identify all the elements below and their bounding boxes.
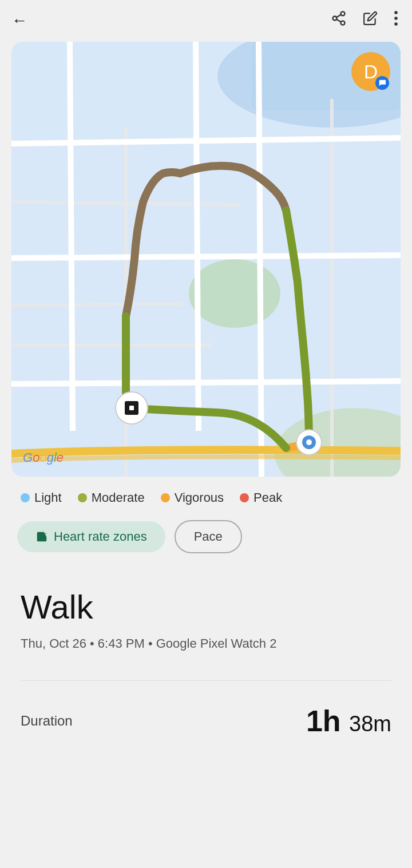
duration-row: Duration 1h 38m xyxy=(0,681,412,761)
svg-rect-31 xyxy=(129,406,134,410)
legend-item-moderate: Moderate xyxy=(78,490,145,505)
more-options-button[interactable] xyxy=(394,10,398,30)
share-button[interactable] xyxy=(331,10,347,30)
svg-line-27 xyxy=(196,42,199,431)
svg-point-7 xyxy=(394,22,398,26)
filter-row: Heart rate zones Pace xyxy=(0,514,412,565)
activity-meta: Thu, Oct 26 • 6:43 PM • Google Pixel Wat… xyxy=(21,634,391,653)
svg-point-34 xyxy=(306,439,312,445)
legend-item-light: Light xyxy=(21,490,62,505)
heart-rate-zones-filter[interactable]: Heart rate zones xyxy=(17,521,165,552)
svg-line-4 xyxy=(336,15,341,18)
legend-label-moderate: Moderate xyxy=(92,490,145,505)
vigorous-dot xyxy=(161,493,170,502)
google-logo: Google xyxy=(23,450,64,465)
svg-line-28 xyxy=(259,42,262,477)
legend: Light Moderate Vigorous Peak xyxy=(0,477,412,514)
duration-value: 1h 38m xyxy=(306,704,391,738)
svg-point-10 xyxy=(189,259,280,328)
svg-point-5 xyxy=(394,11,398,14)
legend-item-vigorous: Vigorous xyxy=(161,490,224,505)
legend-label-light: Light xyxy=(34,490,62,505)
pace-filter[interactable]: Pace xyxy=(175,520,242,553)
back-button[interactable]: ← xyxy=(11,11,27,30)
map-container[interactable]: D Google xyxy=(11,42,401,477)
light-dot xyxy=(21,493,30,502)
duration-label: Duration xyxy=(21,713,73,729)
peak-dot xyxy=(240,493,249,502)
pace-label: Pace xyxy=(194,529,223,544)
activity-section: Walk Thu, Oct 26 • 6:43 PM • Google Pixe… xyxy=(0,565,412,653)
svg-line-15 xyxy=(11,304,183,305)
legend-label-vigorous: Vigorous xyxy=(175,490,224,505)
avatar: D xyxy=(351,52,390,91)
svg-point-11 xyxy=(275,408,401,477)
svg-point-6 xyxy=(394,17,398,20)
activity-title: Walk xyxy=(21,588,391,626)
svg-line-26 xyxy=(70,42,73,431)
moderate-dot xyxy=(78,493,87,502)
legend-label-peak: Peak xyxy=(253,490,282,505)
svg-line-3 xyxy=(336,19,341,22)
edit-button[interactable] xyxy=(363,11,378,30)
heart-rate-zones-label: Heart rate zones xyxy=(54,529,147,544)
top-bar: ← xyxy=(0,0,412,37)
chat-badge xyxy=(375,76,389,90)
legend-item-peak: Peak xyxy=(240,490,282,505)
